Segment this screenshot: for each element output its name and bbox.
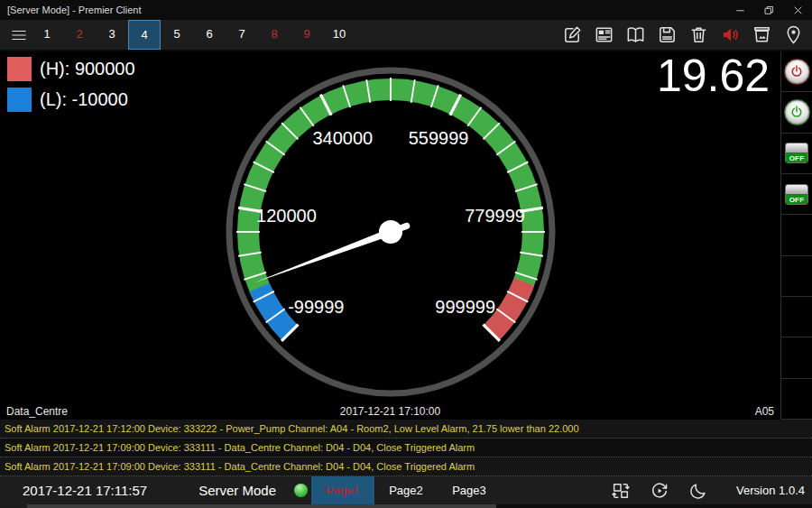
low-limit-label: (L): -10000 <box>40 89 128 110</box>
rocker-state-label: OFF <box>786 195 807 205</box>
mode-label: Server Mode <box>198 483 276 498</box>
control-sidebar: OFF OFF <box>780 51 812 420</box>
page-buttons: Page1Page2Page3 <box>311 476 501 504</box>
gauge-needle <box>254 228 392 282</box>
menu-button[interactable] <box>7 24 31 46</box>
connection-status-dot <box>294 484 308 497</box>
high-limit-label: (H): 900000 <box>40 59 135 79</box>
tab-10[interactable]: 10 <box>323 20 355 50</box>
sidebar-cell-9 <box>781 379 812 420</box>
limit-legend: (H): 900000 (L): -10000 <box>7 57 135 118</box>
page-tabs: 12345678910 <box>31 20 355 50</box>
gauge-scale-label: 120000 <box>256 206 317 226</box>
moon-icon[interactable] <box>688 481 708 501</box>
rocker-switch[interactable]: OFF <box>785 184 808 205</box>
scrollbar-thumb[interactable] <box>27 504 496 508</box>
high-limit-row: (H): 900000 <box>7 57 135 81</box>
tab-7[interactable]: 7 <box>226 20 258 50</box>
tab-9[interactable]: 9 <box>291 20 323 50</box>
rocker-state-label: OFF <box>786 153 807 163</box>
sidebar-cell-1 <box>781 51 812 92</box>
rocker-top <box>786 143 807 153</box>
sidebar-cell-8 <box>781 337 812 378</box>
gauge-panel: -99999120000340000559999779999999999 (H)… <box>0 51 780 420</box>
power-button-green[interactable] <box>784 99 810 125</box>
save-icon[interactable] <box>657 24 678 45</box>
device-name: Data_Centre <box>6 405 68 418</box>
scrollbar-corner <box>0 504 27 508</box>
gauge-scale-label: 559999 <box>409 128 469 148</box>
gauge-scale-label: -99999 <box>288 297 344 317</box>
tab-1[interactable]: 1 <box>31 20 63 50</box>
sync-icon[interactable] <box>650 481 669 501</box>
toolbar-actions <box>562 24 812 45</box>
trash-icon[interactable] <box>688 24 709 45</box>
gauge-scale-label: 340000 <box>313 128 374 148</box>
toolbar: 12345678910 <box>0 20 812 51</box>
sidebar-cell-5 <box>781 215 812 255</box>
gauge-scale-label: 779999 <box>465 206 525 226</box>
sidebar-cell-7 <box>781 297 812 337</box>
alarm-list: Soft Alarm 2017-12-21 17:12:00 Device: 3… <box>0 420 812 476</box>
page-button-page2[interactable]: Page2 <box>374 476 438 504</box>
layout-icon[interactable] <box>594 24 614 45</box>
gauge-hub <box>379 220 402 244</box>
tab-2[interactable]: 2 <box>63 20 96 50</box>
minimize-button[interactable] <box>725 0 754 20</box>
tab-4[interactable]: 4 <box>128 20 161 50</box>
version-label: Version 1.0.4 <box>736 484 805 497</box>
tab-8[interactable]: 8 <box>258 20 291 50</box>
book-icon[interactable] <box>625 24 646 45</box>
horizontal-scrollbar[interactable] <box>0 504 812 508</box>
tab-3[interactable]: 3 <box>96 20 128 50</box>
location-pin-icon[interactable] <box>783 24 804 45</box>
gauge-arc-low <box>259 288 290 333</box>
page-button-page1[interactable]: Page1 <box>311 476 374 504</box>
channel-id: A05 <box>755 405 774 418</box>
restore-button[interactable] <box>754 0 783 20</box>
page-swap-icon[interactable] <box>611 481 631 501</box>
status-bar: 2017-12-21 17:11:57 Server Mode Page1Pag… <box>0 476 812 504</box>
low-limit-row: (L): -10000 <box>7 88 135 112</box>
alarm-row[interactable]: Soft Alarm 2017-12-21 17:09:00 Device: 3… <box>0 439 812 457</box>
tab-6[interactable]: 6 <box>193 20 226 50</box>
gauge-scale-label: 999999 <box>435 297 495 317</box>
snapshot-bin-icon[interactable] <box>752 24 772 45</box>
window-controls <box>725 0 812 20</box>
gauge-footer: Data_Centre 2017-12-21 17:10:00 A05 <box>0 404 780 420</box>
tab-5[interactable]: 5 <box>161 20 193 50</box>
low-limit-swatch <box>7 88 32 112</box>
sidebar-cell-2 <box>781 92 812 133</box>
window-title: [Server Mode] - Premier Client <box>0 5 725 15</box>
alarm-row[interactable]: Soft Alarm 2017-12-21 17:12:00 Device: 3… <box>0 420 812 439</box>
rocker-top <box>786 185 807 195</box>
current-value-display: 19.62 <box>657 53 770 98</box>
sidebar-cell-3: OFF <box>781 134 812 174</box>
sidebar-cell-6 <box>781 256 812 297</box>
statusbar-actions: Version 1.0.4 <box>611 481 812 501</box>
edit-icon[interactable] <box>562 24 583 45</box>
power-button-red[interactable] <box>784 59 810 85</box>
high-limit-swatch <box>7 57 32 81</box>
rocker-switch[interactable]: OFF <box>785 143 808 163</box>
clock: 2017-12-21 17:11:57 <box>23 483 147 498</box>
close-button[interactable] <box>783 0 812 20</box>
sample-timestamp: 2017-12-21 17:10:00 <box>340 405 440 418</box>
alarm-row[interactable]: Soft Alarm 2017-12-21 17:09:00 Device: 3… <box>0 457 812 476</box>
sidebar-cell-4: OFF <box>781 174 812 215</box>
speaker-icon[interactable] <box>720 24 741 45</box>
title-bar: [Server Mode] - Premier Client <box>0 0 812 20</box>
page-button-page3[interactable]: Page3 <box>438 476 501 504</box>
